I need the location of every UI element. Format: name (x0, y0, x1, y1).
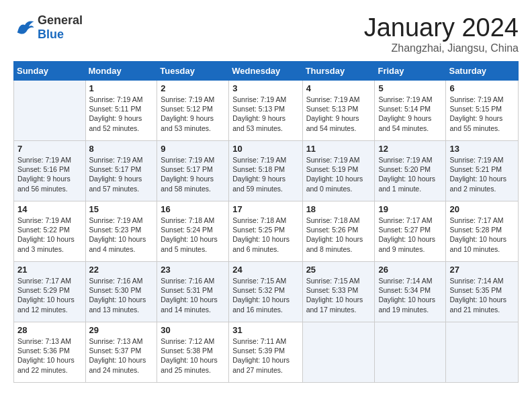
calendar-week-row: 14Sunrise: 7:19 AM Sunset: 5:22 PM Dayli… (14, 201, 519, 262)
calendar-cell (446, 322, 519, 383)
calendar-cell (302, 322, 375, 383)
day-info: Sunrise: 7:17 AM Sunset: 5:28 PM Dayligh… (449, 216, 515, 254)
day-info: Sunrise: 7:19 AM Sunset: 5:17 PM Dayligh… (89, 155, 154, 193)
day-info: Sunrise: 7:11 AM Sunset: 5:39 PM Dayligh… (232, 336, 298, 375)
calendar-cell: 20Sunrise: 7:17 AM Sunset: 5:28 PM Dayli… (446, 201, 519, 262)
calendar-cell: 3Sunrise: 7:19 AM Sunset: 5:13 PM Daylig… (229, 81, 302, 141)
day-number: 7 (17, 144, 82, 154)
calendar-cell: 21Sunrise: 7:17 AM Sunset: 5:29 PM Dayli… (14, 262, 86, 322)
calendar-cell: 6Sunrise: 7:19 AM Sunset: 5:15 PM Daylig… (446, 81, 519, 141)
day-number: 21 (17, 265, 82, 275)
calendar-cell: 8Sunrise: 7:19 AM Sunset: 5:17 PM Daylig… (85, 141, 157, 201)
calendar-cell: 23Sunrise: 7:16 AM Sunset: 5:31 PM Dayli… (157, 262, 229, 322)
day-info: Sunrise: 7:19 AM Sunset: 5:15 PM Dayligh… (449, 95, 515, 133)
logo: General Blue (13, 13, 83, 42)
calendar-cell: 25Sunrise: 7:15 AM Sunset: 5:33 PM Dayli… (302, 262, 375, 322)
calendar-week-row: 21Sunrise: 7:17 AM Sunset: 5:29 PM Dayli… (14, 262, 519, 322)
day-info: Sunrise: 7:16 AM Sunset: 5:30 PM Dayligh… (89, 276, 154, 314)
day-info: Sunrise: 7:18 AM Sunset: 5:24 PM Dayligh… (161, 216, 225, 254)
day-number: 11 (306, 144, 371, 154)
day-number: 29 (89, 325, 154, 335)
day-info: Sunrise: 7:19 AM Sunset: 5:21 PM Dayligh… (449, 155, 515, 193)
day-number: 9 (161, 144, 225, 154)
calendar-week-row: 7Sunrise: 7:19 AM Sunset: 5:16 PM Daylig… (14, 141, 519, 201)
calendar-week-row: 28Sunrise: 7:13 AM Sunset: 5:36 PM Dayli… (14, 322, 519, 383)
day-number: 17 (232, 204, 298, 214)
logo-blue: Blue (38, 28, 83, 42)
day-info: Sunrise: 7:19 AM Sunset: 5:18 PM Dayligh… (232, 155, 298, 193)
day-info: Sunrise: 7:19 AM Sunset: 5:17 PM Dayligh… (161, 155, 225, 193)
day-number: 10 (232, 144, 298, 154)
day-number: 19 (378, 204, 442, 214)
day-info: Sunrise: 7:14 AM Sunset: 5:34 PM Dayligh… (378, 276, 442, 314)
calendar-subtitle: Zhangzhai, Jiangsu, China (364, 42, 519, 54)
calendar-cell: 12Sunrise: 7:19 AM Sunset: 5:20 PM Dayli… (375, 141, 446, 201)
calendar-cell (14, 81, 86, 141)
weekday-header: Sunday (14, 62, 86, 81)
calendar-week-row: 1Sunrise: 7:19 AM Sunset: 5:11 PM Daylig… (14, 81, 519, 141)
day-number: 28 (17, 325, 82, 335)
day-number: 3 (232, 83, 298, 93)
day-number: 13 (449, 144, 515, 154)
calendar-cell: 4Sunrise: 7:19 AM Sunset: 5:13 PM Daylig… (302, 81, 375, 141)
day-number: 27 (449, 265, 515, 275)
weekday-header: Tuesday (157, 62, 229, 81)
title-block: January 2024 Zhangzhai, Jiangsu, China (364, 13, 519, 54)
day-number: 20 (449, 204, 515, 214)
day-number: 14 (17, 204, 82, 214)
logo-bird-icon (15, 17, 35, 38)
day-info: Sunrise: 7:19 AM Sunset: 5:22 PM Dayligh… (17, 216, 82, 254)
calendar-cell: 2Sunrise: 7:19 AM Sunset: 5:12 PM Daylig… (157, 81, 229, 141)
page-header: General Blue January 2024 Zhangzhai, Jia… (13, 13, 519, 54)
calendar-cell: 5Sunrise: 7:19 AM Sunset: 5:14 PM Daylig… (375, 81, 446, 141)
calendar-title: January 2024 (364, 13, 519, 42)
day-info: Sunrise: 7:19 AM Sunset: 5:20 PM Dayligh… (378, 155, 442, 193)
day-number: 30 (161, 325, 225, 335)
day-info: Sunrise: 7:18 AM Sunset: 5:25 PM Dayligh… (232, 216, 298, 254)
logo-general: General (38, 13, 83, 28)
day-number: 8 (89, 144, 154, 154)
day-info: Sunrise: 7:16 AM Sunset: 5:31 PM Dayligh… (161, 276, 225, 314)
calendar-cell: 26Sunrise: 7:14 AM Sunset: 5:34 PM Dayli… (375, 262, 446, 322)
day-number: 24 (232, 265, 298, 275)
day-info: Sunrise: 7:17 AM Sunset: 5:27 PM Dayligh… (378, 216, 442, 254)
calendar-cell: 24Sunrise: 7:15 AM Sunset: 5:32 PM Dayli… (229, 262, 302, 322)
day-info: Sunrise: 7:15 AM Sunset: 5:33 PM Dayligh… (306, 276, 371, 314)
day-number: 6 (449, 83, 515, 93)
calendar-cell: 28Sunrise: 7:13 AM Sunset: 5:36 PM Dayli… (14, 322, 86, 383)
weekday-header: Monday (85, 62, 157, 81)
calendar-cell: 16Sunrise: 7:18 AM Sunset: 5:24 PM Dayli… (157, 201, 229, 262)
day-info: Sunrise: 7:13 AM Sunset: 5:36 PM Dayligh… (17, 336, 82, 375)
calendar-cell: 13Sunrise: 7:19 AM Sunset: 5:21 PM Dayli… (446, 141, 519, 201)
calendar-cell: 1Sunrise: 7:19 AM Sunset: 5:11 PM Daylig… (85, 81, 157, 141)
day-info: Sunrise: 7:18 AM Sunset: 5:26 PM Dayligh… (306, 216, 371, 254)
calendar-cell: 30Sunrise: 7:12 AM Sunset: 5:38 PM Dayli… (157, 322, 229, 383)
weekday-header: Saturday (446, 62, 519, 81)
calendar-cell: 7Sunrise: 7:19 AM Sunset: 5:16 PM Daylig… (14, 141, 86, 201)
day-info: Sunrise: 7:14 AM Sunset: 5:35 PM Dayligh… (449, 276, 515, 314)
calendar-cell (375, 322, 446, 383)
day-info: Sunrise: 7:15 AM Sunset: 5:32 PM Dayligh… (232, 276, 298, 314)
day-number: 31 (232, 325, 298, 335)
day-info: Sunrise: 7:19 AM Sunset: 5:11 PM Dayligh… (89, 95, 154, 133)
calendar-table: SundayMondayTuesdayWednesdayThursdayFrid… (13, 61, 519, 383)
day-number: 23 (161, 265, 225, 275)
day-number: 1 (89, 83, 154, 93)
calendar-cell: 18Sunrise: 7:18 AM Sunset: 5:26 PM Dayli… (302, 201, 375, 262)
day-info: Sunrise: 7:13 AM Sunset: 5:37 PM Dayligh… (89, 336, 154, 375)
day-number: 2 (161, 83, 225, 93)
calendar-cell: 29Sunrise: 7:13 AM Sunset: 5:37 PM Dayli… (85, 322, 157, 383)
day-info: Sunrise: 7:12 AM Sunset: 5:38 PM Dayligh… (161, 336, 225, 375)
day-number: 5 (378, 83, 442, 93)
day-info: Sunrise: 7:19 AM Sunset: 5:14 PM Dayligh… (378, 95, 442, 133)
day-info: Sunrise: 7:19 AM Sunset: 5:19 PM Dayligh… (306, 155, 371, 193)
day-info: Sunrise: 7:19 AM Sunset: 5:13 PM Dayligh… (306, 95, 371, 133)
day-number: 26 (378, 265, 442, 275)
weekday-header: Wednesday (229, 62, 302, 81)
calendar-cell: 14Sunrise: 7:19 AM Sunset: 5:22 PM Dayli… (14, 201, 86, 262)
weekday-header: Thursday (302, 62, 375, 81)
day-info: Sunrise: 7:19 AM Sunset: 5:23 PM Dayligh… (89, 216, 154, 254)
calendar-cell: 17Sunrise: 7:18 AM Sunset: 5:25 PM Dayli… (229, 201, 302, 262)
day-number: 25 (306, 265, 371, 275)
day-number: 16 (161, 204, 225, 214)
